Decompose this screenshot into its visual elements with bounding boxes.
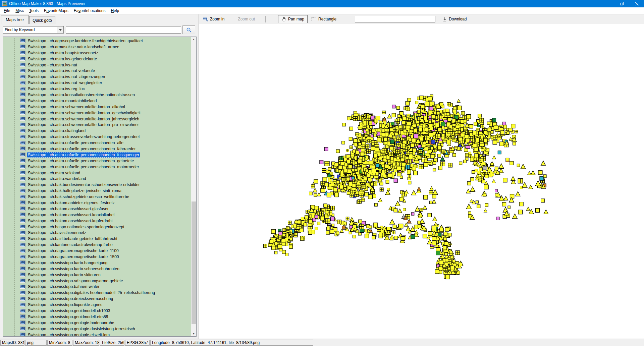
tree-item[interactable]: Swisstopo - ch.astra.unfaelle-personensc… xyxy=(3,140,191,146)
tree-item[interactable]: Swisstopo - ch.astra.schwerverunfallte-k… xyxy=(3,104,191,110)
tab-quick-goto[interactable]: Quick goto xyxy=(29,16,55,24)
rectangle-button[interactable]: Rectangle xyxy=(310,16,338,22)
tree-item[interactable]: Swisstopo - ch.astra.hauptstrassennetz xyxy=(3,50,191,56)
tree-item[interactable]: Swisstopo - ch.swisstopo.geologie-dosisl… xyxy=(3,326,191,332)
tree-item[interactable]: Swisstopo - ch.swisstopo-karto.schneesch… xyxy=(3,266,191,272)
tree-item[interactable]: Swisstopo - ch.baspo.nationales-sportanl… xyxy=(3,224,191,230)
tree-item[interactable]: Swisstopo - ch.armasuisse.natur-landscha… xyxy=(3,44,191,50)
tree-item[interactable]: Swisstopo - ch.swisstopo.geologie-eiszei… xyxy=(3,332,191,337)
tree-item[interactable]: Swisstopo - ch.astra.ivs-gelaendekarte xyxy=(3,56,191,62)
map-layer-icon xyxy=(20,81,25,85)
tree-item[interactable]: Swisstopo - ch.astra.ivs-nat xyxy=(3,62,191,68)
tab-maps-tree[interactable]: Maps tree xyxy=(1,15,29,24)
tree-item[interactable]: Swisstopo - ch.astra.ivs-nat_wegbegleite… xyxy=(3,80,191,86)
tree-item[interactable]: Swisstopo - ch.bakom.anbieter-eigenes_fe… xyxy=(3,200,191,206)
restore-icon xyxy=(620,2,624,6)
tree-item[interactable]: Swisstopo - ch.swisstopo-karto.skitouren xyxy=(3,272,191,278)
scrollbar-thumb[interactable] xyxy=(192,201,196,324)
tree-item[interactable]: Swisstopo - ch.agroscope.korridore-feuch… xyxy=(3,38,191,44)
zoom-out-button[interactable]: Zoom out xyxy=(236,16,257,22)
tree-item[interactable]: Swisstopo - ch.astra.schwerverunfallte-k… xyxy=(3,110,191,116)
menu-file[interactable]: File xyxy=(1,8,13,14)
search-input[interactable] xyxy=(66,26,181,34)
map-layer-icon xyxy=(20,153,25,157)
tree-item[interactable]: Swisstopo - ch.bak.halteplaetze-jenische… xyxy=(3,188,191,194)
tree-item[interactable]: Swisstopo - ch.swisstopo.digitales-hoehe… xyxy=(3,290,191,296)
pan-map-button[interactable]: Pan map xyxy=(278,15,308,23)
tree-item[interactable]: Swisstopo - ch.astra.unfaelle-personensc… xyxy=(3,158,191,164)
tree-item[interactable]: Swisstopo - ch.astra.ivs-reg_loc xyxy=(3,86,191,92)
tree-item[interactable]: Swisstopo - ch.astra.ivs-nat_abgrenzunge… xyxy=(3,74,191,80)
tree-item[interactable]: Swisstopo - ch.swisstopo.geoidmodell-ch1… xyxy=(3,308,191,314)
chevron-down-icon xyxy=(59,29,62,31)
map-canvas[interactable] xyxy=(199,24,644,339)
tree-item[interactable]: Swisstopo - ch.astra.veloland xyxy=(3,170,191,176)
tree-item[interactable]: Swisstopo - ch.swisstopo-karto.hangneigu… xyxy=(3,260,191,266)
toolbar-input[interactable] xyxy=(355,16,435,22)
tree-item[interactable]: Swisstopo - ch.astra.skatingland xyxy=(3,128,191,134)
tree-item[interactable]: Swisstopo - ch.astra.schwerverunfallte-k… xyxy=(3,122,191,128)
menu-favoritelocations[interactable]: FavoriteLocations xyxy=(71,8,108,14)
tree-item[interactable]: Swisstopo - ch.bav.schienennetz xyxy=(3,230,191,236)
tree-item-label: Swisstopo - ch.astra.unfaelle-personensc… xyxy=(27,146,137,152)
menu-favoritemaps[interactable]: FavoriteMaps xyxy=(41,8,71,14)
tree-item-label: Swisstopo - ch.astra.skatingland xyxy=(27,128,87,133)
restore-button[interactable] xyxy=(614,0,629,7)
tree-item[interactable]: Swisstopo - ch.astra.mountainbikeland xyxy=(3,98,191,104)
tree-item[interactable]: Swisstopo - ch.bak.schutzgebiete-unesco_… xyxy=(3,194,191,200)
tree-item-label: Swisstopo - ch.swisstopo-karto.schneesch… xyxy=(27,266,120,272)
download-label: Download xyxy=(449,17,467,21)
tree-item[interactable]: Swisstopo - ch.swisstopo-vd.spannungsarm… xyxy=(3,278,191,284)
menu-misc[interactable]: Misc xyxy=(13,8,26,14)
tree-item[interactable]: Swisstopo - ch.swisstopo.bahnen-winter xyxy=(3,284,191,290)
minimize-button[interactable] xyxy=(600,0,614,7)
tree-item[interactable]: Swisstopo - ch.swisstopo.geologie-bodenu… xyxy=(3,320,191,326)
tree-item-label: Swisstopo - ch.bakom.anschlussart-kupfer… xyxy=(27,218,114,224)
search-filter-value: Find by Keyword xyxy=(5,27,35,32)
status-tilesize: TileSize: 256 xyxy=(100,340,124,346)
tree-item[interactable]: Swisstopo - ch.bakom.anschlussart-kupfer… xyxy=(3,218,191,224)
menu-tools[interactable]: Tools xyxy=(26,8,41,14)
tree-item[interactable]: Swisstopo - ch.swisstopo.fixpunkte-agnes xyxy=(3,302,191,308)
search-filter-dropdown[interactable]: Find by Keyword xyxy=(3,26,64,34)
map-layer-icon xyxy=(20,333,25,337)
tree-item[interactable]: Swisstopo - ch.bazl.bebaute-gebiete_luft… xyxy=(3,236,191,242)
map-layer-icon xyxy=(20,45,25,49)
tree-item[interactable]: Swisstopo - ch.astra.wanderland xyxy=(3,176,191,182)
tree-item-label: Swisstopo - ch.bakom.anschlussart-glasfa… xyxy=(27,206,110,212)
map-markers-layer[interactable] xyxy=(199,24,644,339)
tree-item[interactable]: Swisstopo - ch.bakom.anschlussart-koaxia… xyxy=(3,212,191,218)
tree-item[interactable]: Swisstopo - ch.astra.konsultationsbereic… xyxy=(3,92,191,98)
scrollbar-down-icon[interactable]: ▼ xyxy=(191,331,196,336)
close-button[interactable] xyxy=(629,0,644,7)
zoom-in-button[interactable]: Zoom in xyxy=(201,15,226,23)
rectangle-label: Rectangle xyxy=(318,17,336,21)
tree-item[interactable]: Swisstopo - ch.nagra.aeromagnetische-kar… xyxy=(3,248,191,254)
tree-item[interactable]: Swisstopo - ch.kantone.cadastralwebmap-f… xyxy=(3,242,191,248)
tree-item[interactable]: Swisstopo - ch.astra.schwerverunfallte-k… xyxy=(3,116,191,122)
map-layer-icon xyxy=(20,314,25,319)
tree-item-label: Swisstopo - ch.astra.unfaelle-personensc… xyxy=(27,158,135,164)
map-layer-icon xyxy=(20,231,25,235)
scrollbar-up-icon[interactable]: ▲ xyxy=(191,37,196,42)
tree-item[interactable]: Swisstopo - ch.astra.unfaelle-personensc… xyxy=(3,164,191,170)
tree-item[interactable]: Swisstopo - ch.astra.strassenverkehrszae… xyxy=(3,134,191,140)
download-button[interactable]: Download xyxy=(441,16,468,23)
map-layer-icon xyxy=(20,39,25,43)
tree-scrollbar[interactable]: ▲ ▼ xyxy=(191,37,196,336)
tree-item[interactable]: Swisstopo - ch.swisstopo.dreiecksvermasc… xyxy=(3,296,191,302)
tree-item[interactable]: Swisstopo - ch.astra.ivs-nat-verlaeufe xyxy=(3,68,191,74)
search-button[interactable] xyxy=(182,25,195,34)
tree-item-label: Swisstopo - ch.astra.schwerverunfallte-k… xyxy=(27,122,140,127)
tree-item[interactable]: Swisstopo - ch.astra.unfaelle-personensc… xyxy=(3,146,191,152)
menu-help[interactable]: Help xyxy=(108,8,122,14)
tree-item[interactable]: Swisstopo - ch.bak.bundesinventar-schuet… xyxy=(3,182,191,188)
menu-bar: FileMiscToolsFavoriteMapsFavoriteLocatio… xyxy=(0,7,644,14)
tree-item[interactable]: Swisstopo - ch.bakom.anschlussart-glasfa… xyxy=(3,206,191,212)
maps-tree: Swisstopo - ch.agroscope.korridore-feuch… xyxy=(3,37,197,337)
tree-item[interactable]: Swisstopo - ch.nagra.aeromagnetische-kar… xyxy=(3,254,191,260)
map-layer-icon xyxy=(20,177,25,181)
tree-item[interactable]: Swisstopo - ch.swisstopo.geoidmodell-etr… xyxy=(3,314,191,320)
tree-item[interactable]: Swisstopo - ch.astra.unfaelle-personensc… xyxy=(3,152,191,158)
dropdown-arrow-button[interactable] xyxy=(57,27,63,33)
